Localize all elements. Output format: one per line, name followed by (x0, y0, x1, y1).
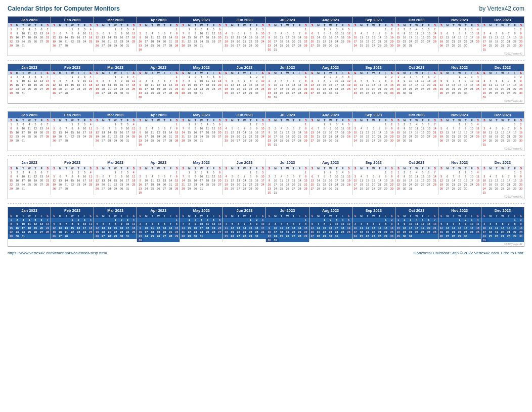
calendar-strip-light: Jan 2023SMTWTFS1234567891011121314151617… (8, 111, 524, 151)
page-title: Calendar Strips for Computer Monitors (8, 5, 120, 12)
calendar-strip-outline: Jan 2023SMTWTFS1234567891011121314151617… (8, 159, 524, 199)
strip-copyright: ©2022 Vertex42 (504, 100, 522, 103)
strip-copyright: ©2022 Vertex42 (504, 243, 522, 246)
strip-copyright: ©2022 Vertex42 (504, 195, 522, 198)
strip-copyright: ©2022 Vertex42 (504, 52, 522, 55)
page-brand: by Vertex42.com (479, 5, 524, 12)
calendar-strip-medium: Jan 2023SMTWTFS1234567891011121314151617… (8, 64, 524, 104)
page-footer: https://www.vertex42.com/calendars/calen… (8, 251, 524, 255)
footer-copyright: Horizontal Calendar Strip © 2022 Vertex4… (414, 251, 524, 255)
page-header: Calendar Strips for Computer Monitors by… (8, 5, 524, 12)
footer-url: https://www.vertex42.com/calendars/calen… (8, 251, 107, 255)
strip-copyright: ©2022 Vertex42 (504, 147, 522, 150)
calendar-strip-dark: Jan 2023SMTWTFS1234567891011121314151617… (8, 16, 524, 56)
calendar-strip-blue: Jan 2023SMTWTFS1234567891011121314151617… (8, 207, 524, 247)
